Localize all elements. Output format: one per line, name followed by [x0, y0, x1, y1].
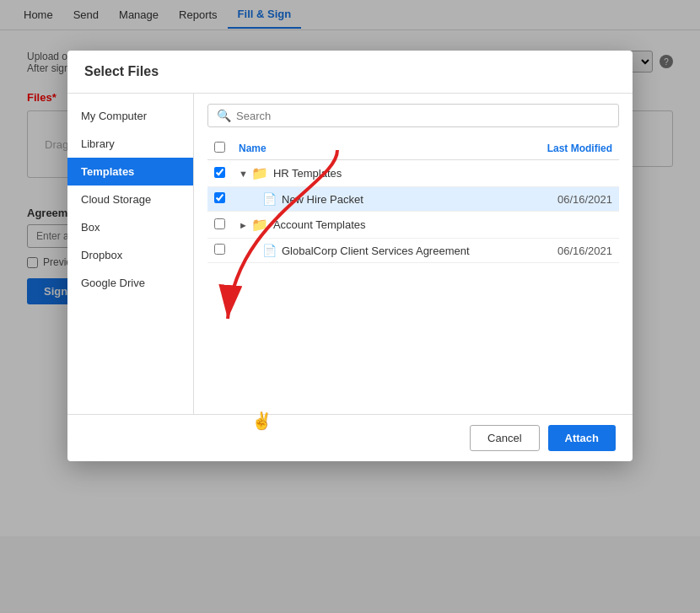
dialog-overlay: Select Files My Computer Library Templat…	[0, 0, 700, 613]
new-hire-label: New Hire Packet	[282, 193, 363, 206]
folder-icon: 📁	[251, 165, 268, 181]
account-templates-name-cell: ► 📁 Account Templates	[232, 212, 525, 239]
sidebar-item-google-drive[interactable]: Google Drive	[67, 269, 193, 297]
globalcorp-checkbox-cell	[207, 239, 232, 263]
new-hire-name-cell: 📄 New Hire Packet	[232, 187, 525, 212]
new-hire-date: 06/16/2021	[525, 187, 619, 212]
globalcorp-checkbox[interactable]	[214, 244, 225, 255]
table-row: ▼ 📁 HR Templates	[207, 160, 619, 187]
select-all-header	[207, 137, 232, 160]
sidebar-item-library[interactable]: Library	[67, 130, 193, 158]
table-row: 📄 GlobalCorp Client Services Agreement 0…	[207, 239, 619, 263]
account-templates-checkbox[interactable]	[214, 218, 225, 229]
expand-icon[interactable]: ▼	[239, 169, 248, 179]
globalcorp-name-cell: 📄 GlobalCorp Client Services Agreement	[232, 239, 525, 263]
dialog-content: 🔍 Name Last Modified	[194, 94, 633, 414]
search-icon: 🔍	[217, 109, 231, 122]
select-files-dialog: Select Files My Computer Library Templat…	[67, 51, 633, 461]
sidebar-item-templates[interactable]: Templates	[67, 158, 193, 186]
select-all-checkbox[interactable]	[214, 142, 225, 153]
search-bar: 🔍	[207, 104, 619, 127]
account-templates-date	[525, 212, 619, 239]
col-name-header: Name	[232, 137, 525, 160]
table-row: ► 📁 Account Templates	[207, 212, 619, 239]
attach-button[interactable]: Attach	[548, 425, 616, 451]
dialog-sidebar: My Computer Library Templates Cloud Stor…	[67, 94, 194, 414]
globalcorp-label: GlobalCorp Client Services Agreement	[282, 245, 470, 257]
new-hire-checkbox-cell	[207, 187, 232, 212]
globalcorp-date: 06/16/2021	[525, 239, 619, 263]
hr-templates-checkbox[interactable]	[214, 167, 225, 178]
search-input[interactable]	[236, 110, 610, 122]
sidebar-item-dropbox[interactable]: Dropbox	[67, 241, 193, 269]
hr-templates-name-cell: ▼ 📁 HR Templates	[232, 160, 525, 187]
dialog-footer: Cancel Attach	[67, 414, 633, 461]
sidebar-item-cloud-storage[interactable]: Cloud Storage	[67, 186, 193, 213]
table-row: 📄 New Hire Packet 06/16/2021	[207, 187, 619, 212]
hr-templates-checkbox-cell	[207, 160, 232, 187]
file-table: Name Last Modified ▼	[207, 137, 619, 263]
dialog-body: My Computer Library Templates Cloud Stor…	[67, 94, 633, 414]
account-templates-label: Account Templates	[273, 218, 366, 231]
dialog-header: Select Files	[67, 51, 633, 94]
col-last-modified-header: Last Modified	[525, 137, 619, 160]
folder-icon: 📁	[251, 217, 268, 233]
expand-icon[interactable]: ►	[239, 220, 248, 230]
table-header-row: Name Last Modified	[207, 137, 619, 160]
sidebar-item-my-computer[interactable]: My Computer	[67, 102, 193, 130]
file-icon: 📄	[262, 192, 277, 206]
cancel-button[interactable]: Cancel	[470, 425, 539, 451]
account-templates-checkbox-cell	[207, 212, 232, 239]
file-icon: 📄	[262, 244, 277, 257]
hr-templates-date	[525, 160, 619, 187]
new-hire-checkbox[interactable]	[214, 192, 225, 203]
sidebar-item-box[interactable]: Box	[67, 213, 193, 241]
hr-templates-label: HR Templates	[273, 167, 342, 180]
